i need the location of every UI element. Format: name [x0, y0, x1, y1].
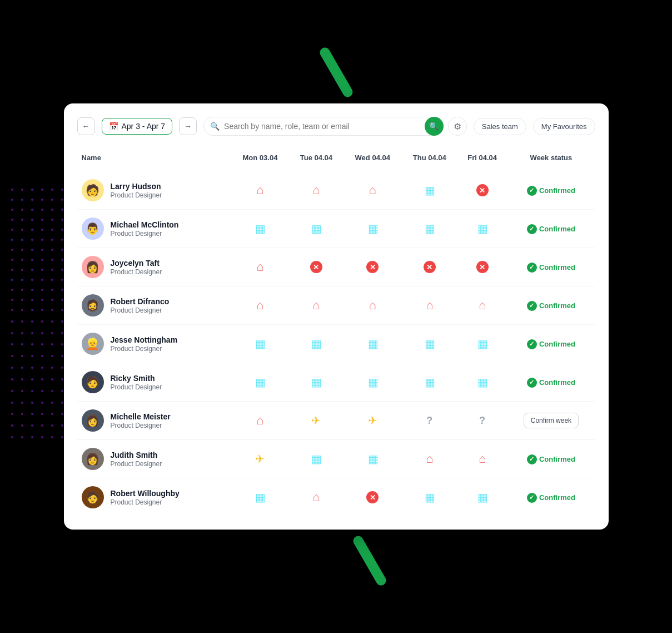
- person-role: Product Designer: [111, 498, 180, 506]
- office-icon: ▦: [477, 376, 487, 388]
- office-icon: ▦: [368, 222, 377, 235]
- thursday-cell: ▦: [402, 363, 457, 402]
- person-name: Jesse Nottingham: [111, 335, 178, 344]
- thursday-cell: ▦: [402, 210, 457, 248]
- friday-cell: ✕: [457, 248, 507, 286]
- person-cell: 👩 Judith Smith Product Designer: [77, 440, 231, 478]
- office-icon: ▦: [255, 338, 265, 350]
- table-row: 🧑 Ricky Smith Product Designer ▦ ▦ ▦ ▦ ▦…: [77, 363, 595, 402]
- week-status-cell: ✓ Confirmed: [507, 286, 595, 325]
- avatar: 👨: [82, 217, 104, 240]
- absent-icon: ✕: [366, 491, 379, 503]
- friday-cell: ✕: [457, 171, 507, 210]
- avatar: 👩: [82, 409, 104, 432]
- week-status-cell: ✓ Confirmed: [507, 325, 595, 363]
- sales-team-filter-button[interactable]: Sales team: [474, 118, 526, 135]
- col-week-status: Week status: [507, 149, 595, 171]
- absent-icon: ✕: [310, 261, 322, 273]
- monday-cell: ⌂: [231, 402, 289, 440]
- person-info: Michelle Meister Product Designer: [111, 412, 171, 429]
- home-icon: ⌂: [256, 413, 263, 427]
- date-range-button[interactable]: 📅 Apr 3 - Apr 7: [102, 118, 173, 135]
- unknown-icon: ?: [426, 415, 432, 426]
- travel-icon: ✈: [255, 453, 265, 465]
- week-status-cell: ✓ Confirmed: [507, 248, 595, 286]
- person-info: Joycelyn Taft Product Designer: [111, 259, 162, 276]
- confirmed-badge: ✓ Confirmed: [527, 493, 575, 503]
- wednesday-cell: ▦: [344, 210, 402, 248]
- home-icon: ⌂: [256, 260, 263, 274]
- col-thu: Thu 04.04: [402, 149, 457, 171]
- person-info: Michael McClinton Product Designer: [111, 220, 179, 238]
- settings-button[interactable]: ⚙: [448, 117, 467, 136]
- col-name: Name: [77, 149, 231, 171]
- wednesday-cell: ✕: [344, 478, 402, 517]
- tuesday-cell: ▦: [289, 325, 344, 363]
- person-role: Product Designer: [111, 422, 171, 429]
- person-role: Product Designer: [111, 306, 170, 314]
- unknown-icon: ?: [479, 415, 485, 426]
- table-row: 👩 Joycelyn Taft Product Designer ⌂ ✕ ✕ ✕…: [77, 248, 595, 286]
- check-icon: ✓: [527, 224, 537, 234]
- confirmed-label: Confirmed: [539, 378, 575, 387]
- wednesday-cell: ▦: [344, 325, 402, 363]
- search-input[interactable]: [203, 117, 441, 136]
- col-mon: Mon 03.04: [231, 149, 289, 171]
- person-role: Product Designer: [111, 191, 162, 199]
- absent-icon: ✕: [476, 184, 489, 196]
- person-cell: 👨 Michael McClinton Product Designer: [77, 210, 231, 248]
- green-bar-bottom: [351, 534, 388, 587]
- search-submit-button[interactable]: 🔍: [425, 117, 444, 136]
- prev-week-button[interactable]: ←: [77, 117, 95, 135]
- confirm-week-button[interactable]: Confirm week: [524, 413, 579, 428]
- friday-cell: ▦: [457, 363, 507, 402]
- week-status-cell: ✓ Confirmed: [507, 171, 595, 210]
- confirmed-label: Confirmed: [539, 186, 575, 195]
- thursday-cell: ▦: [402, 325, 457, 363]
- table-row: 🧔 Robert Difranco Product Designer ⌂ ⌂ ⌂…: [77, 286, 595, 325]
- search-container: 🔍 🔍: [203, 117, 441, 136]
- thursday-cell: ?: [402, 402, 457, 440]
- confirmed-label: Confirmed: [539, 263, 575, 271]
- my-favourites-filter-button[interactable]: My Favourites: [533, 118, 595, 135]
- avatar: 👩: [82, 448, 104, 470]
- office-icon: ▦: [311, 376, 321, 388]
- tuesday-cell: ▦: [289, 363, 344, 402]
- monday-cell: ⌂: [231, 171, 289, 210]
- home-icon: ⌂: [369, 298, 376, 312]
- friday-cell: ▦: [457, 210, 507, 248]
- check-icon: ✓: [527, 186, 537, 196]
- person-info: Robert Difranco Product Designer: [111, 297, 170, 314]
- confirmed-badge: ✓ Confirmed: [527, 378, 575, 388]
- thursday-cell: ▦: [402, 171, 457, 210]
- travel-icon: ✈: [311, 414, 321, 427]
- tuesday-cell: ▦: [289, 440, 344, 478]
- person-info: Judith Smith Product Designer: [111, 451, 162, 468]
- person-role: Product Designer: [111, 268, 162, 276]
- monday-cell: ⌂: [231, 286, 289, 325]
- week-status-cell: ✓ Confirmed: [507, 440, 595, 478]
- avatar: 🧑: [82, 179, 104, 201]
- person-cell: 🧔 Robert Difranco Product Designer: [77, 286, 231, 325]
- office-icon: ▦: [477, 338, 487, 350]
- monday-cell: ⌂: [231, 248, 289, 286]
- search-submit-icon: 🔍: [429, 122, 439, 131]
- home-icon: ⌂: [312, 183, 320, 197]
- person-info: Ricky Smith Product Designer: [111, 374, 162, 391]
- office-icon: ▦: [425, 491, 434, 503]
- tuesday-cell: ✕: [289, 248, 344, 286]
- person-name: Robert Difranco: [111, 297, 170, 306]
- wednesday-cell: ▦: [344, 363, 402, 402]
- table-row: 👩 Judith Smith Product Designer ✈ ▦ ▦ ⌂ …: [77, 440, 595, 478]
- confirmed-badge: ✓ Confirmed: [527, 224, 575, 234]
- absent-icon: ✕: [476, 261, 489, 273]
- schedule-table: Name Mon 03.04 Tue 04.04 Wed 04.04 Thu 0…: [77, 149, 595, 516]
- avatar: 👱: [82, 333, 104, 355]
- week-status-cell: ✓ Confirmed: [507, 478, 595, 517]
- next-week-button[interactable]: →: [179, 117, 197, 135]
- confirmed-badge: ✓ Confirmed: [527, 186, 575, 196]
- date-range-label: Apr 3 - Apr 7: [122, 122, 166, 131]
- avatar: 🧑: [82, 486, 104, 508]
- confirmed-badge: ✓ Confirmed: [527, 263, 575, 273]
- table-row: 👩 Michelle Meister Product Designer ⌂ ✈ …: [77, 402, 595, 440]
